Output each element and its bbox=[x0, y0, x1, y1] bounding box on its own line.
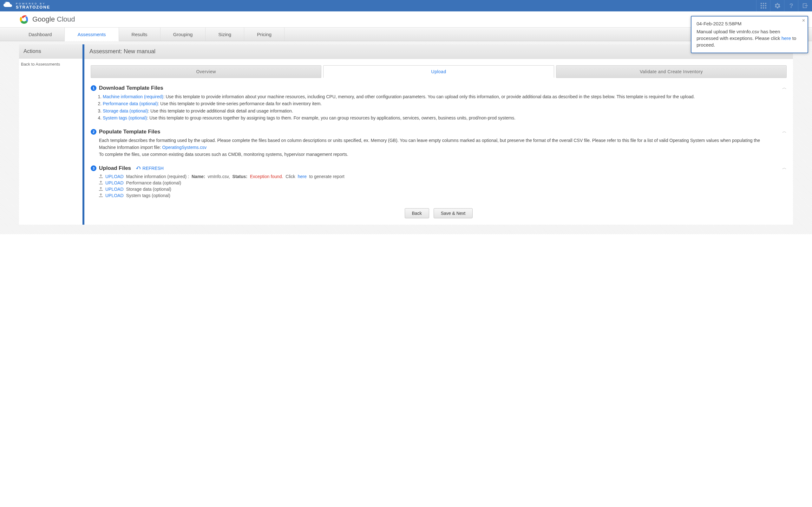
template-link[interactable]: Storage data (optional) bbox=[103, 108, 148, 113]
step-title-label: Download Template Files bbox=[99, 85, 163, 91]
template-link[interactable]: Performance data (optional) bbox=[103, 101, 158, 106]
gc-logo: Google Cloud bbox=[19, 14, 75, 24]
notification-here-link[interactable]: here bbox=[781, 36, 791, 41]
svg-point-0 bbox=[5, 2, 5, 3]
main-nav: DashboardAssessmentsResultsGroupingSizin… bbox=[0, 27, 812, 41]
nav-dashboard[interactable]: Dashboard bbox=[16, 27, 65, 41]
svg-point-1 bbox=[6, 2, 6, 2]
chevron-up-icon[interactable]: ︿ bbox=[782, 165, 786, 171]
click-text: Click bbox=[286, 174, 295, 179]
chevron-up-icon[interactable]: ︿ bbox=[782, 129, 786, 134]
svg-rect-8 bbox=[765, 5, 766, 6]
subtab-upload[interactable]: Upload bbox=[323, 65, 554, 78]
name-label: Name: bbox=[192, 174, 205, 179]
status-label: Status: bbox=[233, 174, 247, 179]
nav-assessments[interactable]: Assessments bbox=[65, 27, 119, 41]
name-value: vmInfo.csv, bbox=[208, 174, 230, 179]
step-number-icon: 3 bbox=[91, 165, 96, 171]
assessment-title: Assessment: New manual bbox=[84, 44, 793, 59]
svg-rect-11 bbox=[765, 7, 766, 9]
svg-rect-7 bbox=[763, 5, 764, 6]
upload-row: UPLOAD Performance data (optional) bbox=[99, 180, 777, 186]
svg-rect-5 bbox=[765, 3, 766, 4]
nav-sizing[interactable]: Sizing bbox=[206, 27, 244, 41]
upload-button[interactable]: UPLOAD bbox=[105, 180, 124, 185]
gen-text: to generate report bbox=[309, 174, 345, 179]
refresh-icon bbox=[136, 166, 141, 171]
template-desc: : Use this template to provide informati… bbox=[163, 94, 695, 99]
close-icon[interactable]: × bbox=[802, 18, 805, 23]
step-title-label: Upload Files bbox=[99, 165, 131, 171]
step-upload: 3 Upload Files REFRESH ︿ UPLOAD Machine … bbox=[91, 165, 786, 199]
step-populate: 2 Populate Template Files ︿ Each templat… bbox=[91, 129, 786, 158]
template-link[interactable]: System tags (optional) bbox=[103, 115, 147, 120]
cloud-icon bbox=[3, 1, 13, 10]
topbar-actions: ? bbox=[756, 0, 812, 11]
save-next-button[interactable]: Save & Next bbox=[434, 208, 473, 218]
sidebar-header: Actions bbox=[19, 44, 83, 59]
chevron-up-icon[interactable]: ︿ bbox=[782, 85, 786, 91]
step-number-icon: 2 bbox=[91, 129, 96, 135]
back-to-assessments-link[interactable]: Back to Assessments bbox=[19, 59, 83, 70]
nav-pricing[interactable]: Pricing bbox=[244, 27, 285, 41]
template-desc: : Use this template to provide time-seri… bbox=[158, 101, 322, 106]
upload-icon bbox=[99, 180, 103, 185]
nav-results[interactable]: Results bbox=[119, 27, 160, 41]
logout-icon[interactable] bbox=[798, 0, 812, 11]
refresh-button[interactable]: REFRESH bbox=[136, 166, 164, 171]
notification-time: 04-Feb-2022 5:58PM bbox=[697, 21, 803, 26]
brand-label: STRATOZONE bbox=[16, 5, 50, 9]
back-button[interactable]: Back bbox=[405, 208, 429, 218]
upload-row: UPLOAD Storage data (optional) bbox=[99, 186, 777, 192]
gc-cloud-icon bbox=[19, 14, 29, 24]
upload-icon bbox=[99, 187, 103, 192]
gc-header: Google Cloud bbox=[0, 11, 812, 27]
svg-rect-4 bbox=[763, 3, 764, 4]
step2-desc2: To complete the files, use common existi… bbox=[99, 151, 777, 158]
svg-rect-9 bbox=[761, 7, 762, 9]
notification-popup: × 04-Feb-2022 5:58PM Manual upload file … bbox=[691, 16, 808, 53]
gc-title: Google Cloud bbox=[32, 15, 75, 23]
notification-body: Manual upload file vmInfo.csv has been p… bbox=[697, 28, 803, 48]
upload-row: UPLOAD System tags (optional) bbox=[99, 192, 777, 199]
upload-button[interactable]: UPLOAD bbox=[105, 187, 124, 192]
svg-rect-10 bbox=[763, 7, 764, 9]
upload-icon bbox=[99, 193, 103, 198]
svg-point-2 bbox=[7, 2, 7, 3]
upload-icon bbox=[99, 174, 103, 179]
upload-row: UPLOAD Machine information (required) : … bbox=[99, 173, 777, 180]
top-bar: POWERED BY STRATOZONE ? bbox=[0, 0, 812, 11]
template-link[interactable]: Machine information (required) bbox=[103, 94, 163, 99]
sub-tabs: OverviewUploadValidate and Create Invent… bbox=[91, 65, 786, 78]
wizard-buttons: Back Save & Next bbox=[91, 208, 786, 218]
gear-icon[interactable] bbox=[770, 0, 784, 11]
svg-rect-6 bbox=[761, 5, 762, 6]
subtab-validate-and-create-inventory[interactable]: Validate and Create Inventory bbox=[556, 65, 786, 78]
subtab-overview[interactable]: Overview bbox=[91, 65, 321, 78]
os-csv-link[interactable]: OperatingSystems.csv bbox=[162, 145, 206, 150]
sidebar: Actions Back to Assessments bbox=[19, 44, 83, 225]
step-download: 1 Download Template Files ︿ Machine info… bbox=[91, 85, 786, 122]
apps-icon[interactable] bbox=[756, 0, 770, 11]
step-number-icon: 1 bbox=[91, 85, 96, 91]
upload-label: Storage data (optional) bbox=[126, 187, 171, 192]
upload-label: Machine information (required) : bbox=[126, 174, 189, 179]
step-title-label: Populate Template Files bbox=[99, 129, 160, 135]
upload-label: System tags (optional) bbox=[126, 193, 170, 198]
template-desc: : Use this template to group resources t… bbox=[147, 115, 515, 120]
main-panel: Assessment: New manual OverviewUploadVal… bbox=[83, 44, 793, 225]
svg-rect-3 bbox=[761, 3, 762, 4]
upload-button[interactable]: UPLOAD bbox=[105, 174, 124, 179]
help-icon[interactable]: ? bbox=[784, 0, 798, 11]
status-value: Exception found. bbox=[250, 174, 283, 179]
template-desc: : Use this template to provide additiona… bbox=[148, 108, 293, 113]
upload-label: Performance data (optional) bbox=[126, 180, 182, 185]
topbar-brand: POWERED BY STRATOZONE bbox=[0, 1, 50, 10]
generate-report-link[interactable]: here bbox=[298, 174, 307, 179]
upload-button[interactable]: UPLOAD bbox=[105, 193, 124, 198]
nav-grouping[interactable]: Grouping bbox=[160, 27, 206, 41]
